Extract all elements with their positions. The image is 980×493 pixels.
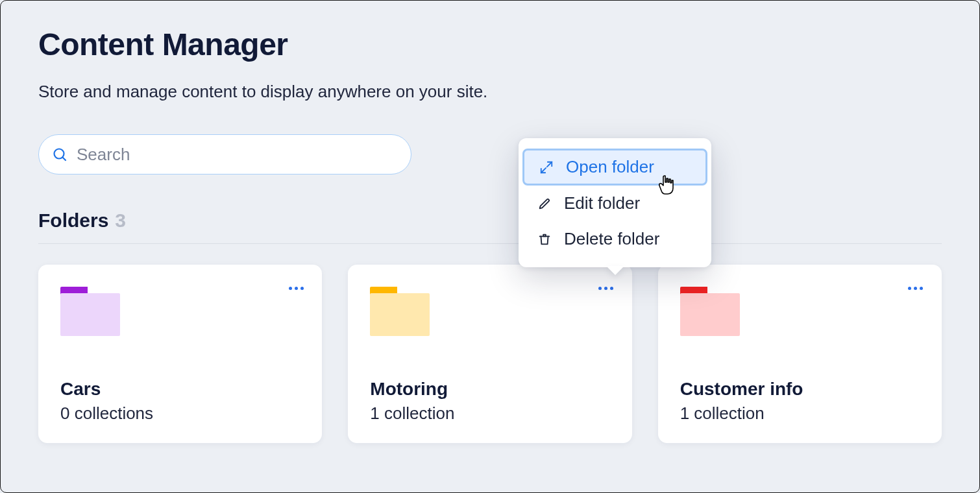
ellipsis-icon <box>598 287 613 290</box>
folders-title: Folders <box>38 210 108 232</box>
svg-line-1 <box>63 158 66 161</box>
menu-item-label: Open folder <box>566 157 654 177</box>
card-menu-button[interactable] <box>287 282 305 295</box>
folder-card-cars[interactable]: Cars 0 collections <box>38 265 322 443</box>
card-menu-button[interactable] <box>597 282 615 295</box>
folder-name: Cars <box>60 379 300 400</box>
expand-icon <box>539 160 554 174</box>
menu-item-open-folder[interactable]: Open folder <box>522 149 707 186</box>
folder-subtitle: 1 collection <box>680 403 920 424</box>
page-title: Content Manager <box>38 27 942 62</box>
menu-item-delete-folder[interactable]: Delete folder <box>519 221 711 257</box>
folder-icon <box>60 287 120 336</box>
ellipsis-icon <box>289 287 304 290</box>
folder-card-motoring[interactable]: Motoring 1 collection <box>348 265 631 443</box>
menu-item-label: Edit folder <box>564 193 640 213</box>
folders-count: 3 <box>115 210 126 232</box>
folder-card-customer-info[interactable]: Customer info 1 collection <box>658 265 942 443</box>
page-subtitle: Store and manage content to display anyw… <box>38 82 942 102</box>
folders-grid: Cars 0 collections Motoring 1 collection… <box>38 265 942 443</box>
menu-item-label: Delete folder <box>564 229 659 249</box>
folder-subtitle: 1 collection <box>370 403 609 424</box>
folder-icon <box>680 287 740 336</box>
pencil-icon <box>537 197 552 211</box>
ellipsis-icon <box>908 287 923 290</box>
folder-context-menu: Open folder Edit folder Delete folder <box>519 138 711 267</box>
folders-section-header: Folders 3 <box>38 210 942 244</box>
folder-name: Motoring <box>370 379 609 400</box>
search-input[interactable] <box>77 145 398 165</box>
folder-name: Customer info <box>680 379 920 400</box>
folder-subtitle: 0 collections <box>60 403 300 424</box>
menu-item-edit-folder[interactable]: Edit folder <box>519 186 711 221</box>
card-menu-button[interactable] <box>907 282 925 295</box>
folder-icon <box>370 287 430 336</box>
search-icon <box>52 147 67 162</box>
search-field[interactable] <box>38 134 411 174</box>
trash-icon <box>537 232 552 246</box>
